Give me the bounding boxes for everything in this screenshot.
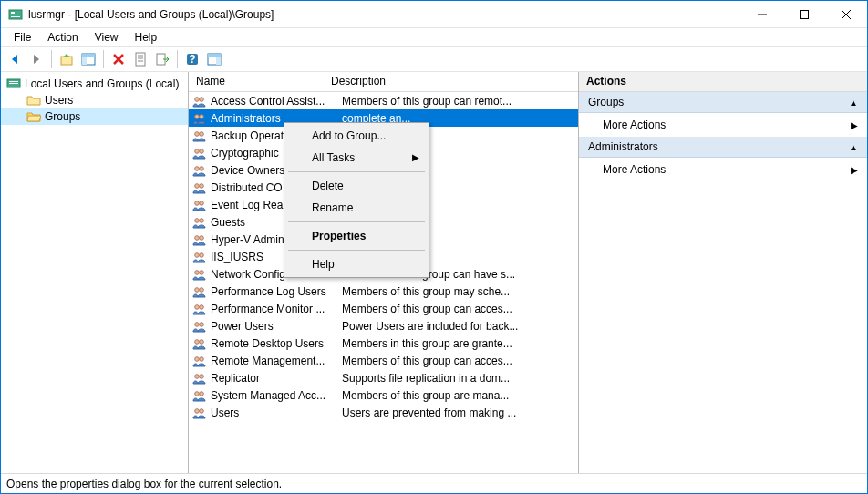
minimize-button[interactable] (741, 1, 783, 28)
svg-point-50 (200, 287, 204, 292)
group-icon (192, 111, 207, 126)
svg-point-35 (195, 166, 200, 170)
group-desc: Users are prevented from making ... (342, 407, 578, 419)
svg-point-42 (200, 218, 204, 222)
svg-point-39 (195, 201, 200, 205)
collapse-icon: ▲ (849, 98, 858, 108)
group-row[interactable]: ReplicatorSupports file replication in a… (189, 369, 578, 386)
column-name[interactable]: Name (189, 72, 324, 91)
svg-point-58 (200, 356, 204, 361)
group-desc: Power Users are included for back... (342, 320, 578, 333)
show-hide-tree-button[interactable] (78, 49, 98, 69)
svg-text:?: ? (189, 53, 195, 66)
cm-delete[interactable]: Delete (286, 175, 427, 197)
tree-pane: Local Users and Groups (Local) Users Gro… (1, 72, 189, 473)
svg-rect-3 (11, 16, 20, 17)
group-row[interactable]: Access Control Assist...Members of this … (189, 92, 578, 109)
menu-file[interactable]: File (6, 29, 38, 46)
context-menu: Add to Group... All Tasks▶ Delete Rename… (284, 122, 429, 278)
svg-point-56 (200, 339, 204, 344)
group-desc: Members of this group may sche... (342, 285, 578, 298)
group-icon (192, 371, 207, 386)
svg-rect-1 (11, 12, 15, 14)
group-name: Access Control Assist... (211, 95, 338, 108)
up-button[interactable] (57, 49, 77, 69)
svg-point-51 (195, 304, 200, 309)
actions-more-2[interactable]: More Actions ▶ (579, 158, 867, 181)
svg-point-60 (200, 374, 204, 378)
svg-point-57 (195, 356, 200, 361)
svg-point-62 (200, 391, 204, 396)
svg-point-47 (195, 270, 200, 274)
chevron-right-icon: ▶ (412, 152, 419, 162)
group-icon (192, 319, 207, 334)
svg-point-45 (195, 252, 200, 257)
group-icon (192, 180, 207, 195)
group-row[interactable]: UsersUsers are prevented from making ... (189, 404, 578, 421)
tree-item-label: Users (45, 94, 73, 107)
window-title: lusrmgr - [Local Users and Groups (Local… (28, 8, 741, 21)
actions-header: Actions (579, 72, 867, 92)
toolbar-separator (177, 50, 178, 68)
group-icon (192, 232, 207, 247)
tree-root-label: Local Users and Groups (Local) (25, 77, 179, 90)
svg-point-31 (195, 131, 200, 136)
group-icon (192, 388, 207, 403)
maximize-button[interactable] (783, 1, 825, 28)
properties-button[interactable] (130, 49, 150, 69)
cm-add-to-group[interactable]: Add to Group... (286, 125, 427, 147)
group-desc: Members of this group are mana... (342, 389, 578, 402)
chevron-right-icon: ▶ (851, 165, 858, 175)
tree-root[interactable]: Local Users and Groups (Local) (1, 76, 188, 92)
delete-button[interactable] (108, 49, 129, 69)
svg-point-41 (195, 218, 200, 222)
menu-view[interactable]: View (88, 29, 126, 46)
cm-properties[interactable]: Properties (286, 225, 427, 247)
menu-action[interactable]: Action (40, 29, 85, 46)
group-desc: Members of this group can acces... (342, 303, 578, 315)
cm-all-tasks[interactable]: All Tasks▶ (286, 147, 427, 169)
close-button[interactable] (825, 1, 867, 28)
svg-rect-22 (208, 54, 221, 57)
group-row[interactable]: Performance Monitor ...Members of this g… (189, 300, 578, 317)
group-icon (192, 406, 207, 420)
menu-help[interactable]: Help (128, 29, 165, 46)
tree-item-users[interactable]: Users (1, 92, 188, 108)
cm-rename[interactable]: Rename (286, 197, 427, 219)
group-row[interactable]: Performance Log UsersMembers of this gro… (189, 283, 578, 300)
group-name: Replicator (211, 372, 338, 385)
group-icon (192, 94, 207, 108)
cm-help[interactable]: Help (286, 253, 427, 275)
svg-rect-25 (9, 81, 18, 82)
svg-point-37 (195, 183, 200, 188)
svg-point-29 (195, 114, 200, 118)
actions-section-admins[interactable]: Administrators ▲ (579, 137, 867, 158)
forward-button[interactable] (26, 49, 46, 69)
group-row[interactable]: System Managed Acc...Members of this gro… (189, 386, 578, 404)
svg-point-34 (200, 149, 204, 153)
group-icon (192, 302, 207, 316)
group-row[interactable]: Remote Management...Members of this grou… (189, 352, 578, 369)
column-description[interactable]: Description (324, 72, 578, 91)
group-row[interactable]: Power UsersPower Users are included for … (189, 317, 578, 334)
export-button[interactable] (152, 49, 172, 69)
svg-point-28 (200, 97, 204, 101)
svg-point-32 (200, 131, 204, 136)
help-button[interactable]: ? (182, 49, 202, 69)
folder-icon (26, 93, 41, 108)
show-hide-action-pane-button[interactable] (204, 49, 224, 69)
group-desc: Supports file replication in a dom... (342, 372, 578, 385)
actions-section-groups[interactable]: Groups ▲ (579, 92, 867, 113)
svg-rect-11 (82, 57, 87, 65)
group-desc: Members of this group can remot... (342, 95, 578, 108)
tree-item-label: Groups (45, 110, 80, 123)
toolbar-separator (51, 50, 52, 68)
svg-point-59 (195, 374, 200, 378)
back-button[interactable] (5, 49, 25, 69)
tree-item-groups[interactable]: Groups (1, 108, 188, 125)
chevron-right-icon: ▶ (851, 120, 858, 130)
toolbar-separator (103, 50, 104, 68)
group-icon (192, 284, 207, 299)
actions-more-1[interactable]: More Actions ▶ (579, 113, 867, 137)
group-row[interactable]: Remote Desktop UsersMembers in this grou… (189, 334, 578, 352)
